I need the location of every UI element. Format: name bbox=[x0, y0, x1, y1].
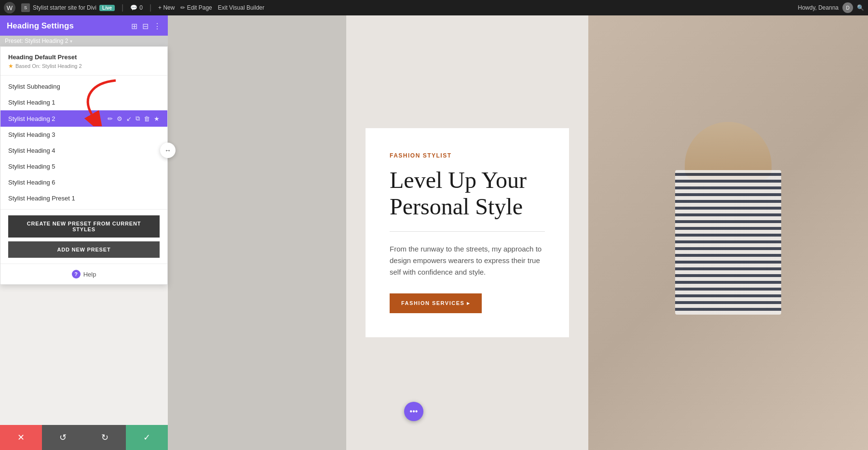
site-icon: S bbox=[21, 3, 30, 12]
preset-item-heading5[interactable]: Stylist Heading 5 bbox=[0, 159, 167, 174]
resize-handle[interactable]: ↔ bbox=[160, 143, 176, 158]
default-preset-title: Heading Default Preset bbox=[8, 53, 160, 61]
help-text: Help bbox=[83, 271, 96, 278]
preset-item-heading4[interactable]: Stylist Heading 4 bbox=[0, 143, 167, 159]
delete-icon[interactable]: 🗑 bbox=[144, 115, 150, 122]
comment-icon: 💬 bbox=[130, 4, 137, 11]
main-content: FASHION STYLIST Level Up Your Personal S… bbox=[168, 15, 868, 450]
save-button[interactable]: ✓ bbox=[126, 425, 168, 450]
user-avatar[interactable]: D bbox=[842, 2, 853, 13]
bottom-toolbar: ✕ ↺ ↻ ✓ bbox=[0, 425, 168, 450]
preset-item-label: Stylist Heading 1 bbox=[8, 99, 55, 106]
live-badge: Live bbox=[99, 5, 115, 11]
undo-button[interactable]: ↺ bbox=[42, 425, 84, 450]
preset-item-label: Stylist Heading 6 bbox=[8, 179, 55, 186]
preset-item-label: Stylist Heading 3 bbox=[8, 131, 55, 138]
hero-description: From the runway to the streets, my appro… bbox=[390, 243, 545, 278]
default-preset-section: Heading Default Preset ★ Based On: Styli… bbox=[0, 47, 167, 76]
preset-item-heading-preset1[interactable]: Stylist Heading Preset 1 bbox=[0, 190, 167, 206]
howdy-label: Howdy, Deanna bbox=[798, 4, 839, 11]
preset-item-label: Stylist Heading 4 bbox=[8, 147, 55, 154]
topbar-right: Howdy, Deanna D 🔍 bbox=[798, 2, 865, 13]
redo-button[interactable]: ↻ bbox=[84, 425, 126, 450]
hero-title: Level Up Your Personal Style bbox=[390, 167, 545, 220]
page-center-section: FASHION STYLIST Level Up Your Personal S… bbox=[346, 15, 588, 450]
new-link[interactable]: + New bbox=[158, 4, 175, 11]
page-left-section bbox=[168, 15, 346, 450]
preset-dropdown: Heading Default Preset ★ Based On: Styli… bbox=[0, 46, 168, 285]
page-right-section bbox=[588, 15, 868, 450]
star-icon: ★ bbox=[8, 63, 14, 69]
chevron-down-icon: ▾ bbox=[70, 39, 72, 44]
add-preset-button[interactable]: ADD NEW PRESET bbox=[8, 241, 160, 258]
sidebar-header: Heading Settings ⊞ ⊟ ⋮ bbox=[0, 15, 168, 36]
preset-item-subheading[interactable]: Stylist Subheading bbox=[0, 79, 167, 94]
preset-item-label: Stylist Heading Preset 1 bbox=[8, 195, 75, 202]
site-name: Stylist starter site for Divi bbox=[33, 4, 96, 11]
link-icon[interactable]: ↙ bbox=[126, 115, 132, 122]
search-icon[interactable]: 🔍 bbox=[857, 4, 864, 11]
star-active-icon[interactable]: ★ bbox=[154, 115, 160, 122]
top-bar: W S Stylist starter site for Divi Live |… bbox=[0, 0, 868, 15]
preset-buttons: CREATE NEW PRESET FROM CURRENT STYLES AD… bbox=[0, 210, 167, 264]
page-right-bg bbox=[588, 15, 868, 450]
preset-item-label: Stylist Subheading bbox=[8, 83, 60, 90]
close-button[interactable]: ✕ bbox=[0, 425, 42, 450]
more-icon[interactable]: ⋮ bbox=[153, 22, 161, 31]
preset-list: Stylist Subheading Stylist Heading 1 Sty… bbox=[0, 76, 167, 210]
sidebar-panel: Heading Settings ⊞ ⊟ ⋮ Preset: Stylist H… bbox=[0, 15, 168, 285]
dots-icon: ••• bbox=[410, 407, 418, 416]
preset-item-heading1[interactable]: Stylist Heading 1 bbox=[0, 94, 167, 110]
resize-icon: ↔ bbox=[164, 146, 171, 154]
header-icons: ⊞ ⊟ ⋮ bbox=[131, 22, 161, 31]
copy-icon[interactable]: ⧉ bbox=[136, 115, 140, 122]
preset-label-text: Preset: Stylist Heading 2 bbox=[5, 38, 68, 44]
preset-item-heading6[interactable]: Stylist Heading 6 bbox=[0, 174, 167, 190]
comment-count: 0 bbox=[139, 4, 143, 11]
create-preset-button[interactable]: CREATE NEW PRESET FROM CURRENT STYLES bbox=[8, 215, 160, 238]
hero-divider bbox=[390, 231, 545, 232]
panel-title: Heading Settings bbox=[7, 21, 74, 31]
settings-icon[interactable]: ⚙ bbox=[117, 115, 122, 122]
default-preset-based: ★ Based On: Stylist Heading 2 bbox=[8, 63, 160, 69]
exit-builder-link[interactable]: Exit Visual Builder bbox=[218, 4, 265, 11]
wp-icon[interactable]: W bbox=[4, 2, 15, 13]
help-section[interactable]: ? Help bbox=[0, 264, 167, 284]
column-icon[interactable]: ⊟ bbox=[142, 22, 149, 31]
preset-label-bar[interactable]: Preset: Stylist Heading 2 ▾ bbox=[0, 36, 168, 46]
floating-action-button[interactable]: ••• bbox=[404, 402, 423, 421]
edit-icon[interactable]: ✏ bbox=[108, 115, 113, 122]
preset-item-heading2[interactable]: Stylist Heading 2 ✏ ⚙ ↙ ⧉ 🗑 ★ bbox=[0, 110, 167, 127]
help-icon: ? bbox=[72, 270, 81, 278]
comment-link[interactable]: 💬 0 bbox=[130, 4, 143, 11]
edit-page-link[interactable]: ✏ Edit Page bbox=[180, 4, 212, 11]
page-area: FASHION STYLIST Level Up Your Personal S… bbox=[168, 15, 868, 450]
preset-item-actions: ✏ ⚙ ↙ ⧉ 🗑 ★ bbox=[108, 115, 160, 122]
hero-cta-button[interactable]: FASHION SERVICES ▸ bbox=[390, 293, 482, 313]
site-info: S Stylist starter site for Divi Live bbox=[21, 3, 115, 12]
preset-item-heading3[interactable]: Stylist Heading 3 bbox=[0, 127, 167, 143]
preset-item-label: Stylist Heading 2 bbox=[8, 115, 55, 122]
based-on-text: Based On: Stylist Heading 2 bbox=[15, 63, 82, 69]
preset-item-label: Stylist Heading 5 bbox=[8, 163, 55, 170]
hero-card: FASHION STYLIST Level Up Your Personal S… bbox=[366, 128, 569, 337]
hero-eyebrow: FASHION STYLIST bbox=[390, 152, 545, 159]
window-icon[interactable]: ⊞ bbox=[131, 22, 137, 31]
